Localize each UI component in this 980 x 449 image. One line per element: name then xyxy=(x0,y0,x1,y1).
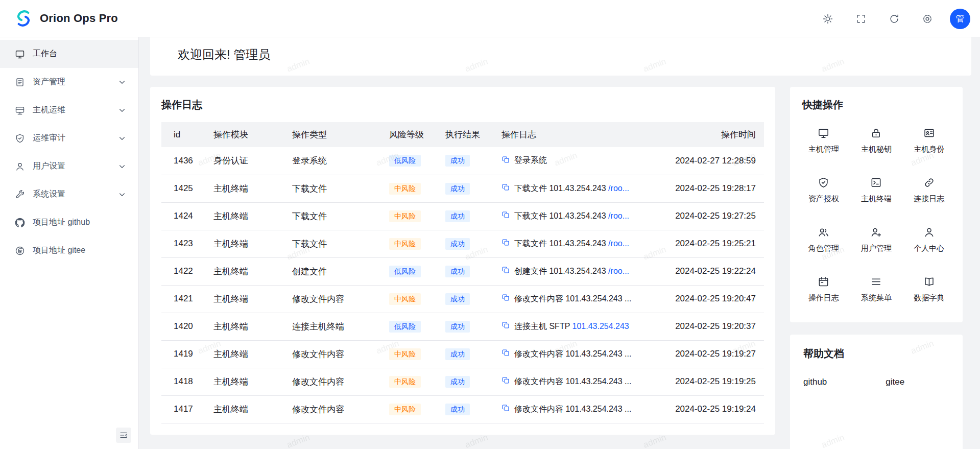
copy-icon[interactable] xyxy=(501,155,510,167)
result-badge: 成功 xyxy=(445,348,470,360)
help-link-github[interactable]: github xyxy=(803,377,827,387)
log-link[interactable]: /roo... xyxy=(608,267,629,275)
quick-action-system-menu[interactable]: 系统菜单 xyxy=(850,265,902,314)
sidebar-item-github-link[interactable]: 项目地址 github xyxy=(0,208,138,237)
shield-icon xyxy=(818,177,829,188)
quick-action-user-management[interactable]: 用户管理 xyxy=(850,215,902,265)
quick-action-asset-authorization[interactable]: 资产授权 xyxy=(797,166,850,215)
log-type-cell: 修改文件内容 xyxy=(284,395,381,423)
log-column-header: 操作类型 xyxy=(284,122,381,147)
help-link-gitee[interactable]: gitee xyxy=(886,377,904,387)
log-link[interactable]: 101.43.254.243 xyxy=(572,322,629,330)
refresh-button[interactable] xyxy=(889,13,900,25)
log-risk-cell: 低风险 xyxy=(381,147,437,175)
quick-action-host-terminal[interactable]: 主机终端 xyxy=(850,166,902,215)
log-time-cell: 2024-02-25 19:19:24 xyxy=(667,395,764,423)
terminal-icon xyxy=(870,177,882,188)
quick-action-host-identity[interactable]: 主机身份 xyxy=(903,116,955,166)
log-link[interactable]: /roo... xyxy=(608,184,629,193)
quick-action-connection-log[interactable]: 连接日志 xyxy=(903,166,955,215)
copy-icon[interactable] xyxy=(501,266,510,277)
copy-icon[interactable] xyxy=(501,238,510,249)
sidebar-item-system-settings[interactable]: 系统设置 xyxy=(0,180,138,208)
log-module-cell: 主机终端 xyxy=(205,313,284,340)
quick-action-label: 系统菜单 xyxy=(861,293,892,303)
log-result-cell: 成功 xyxy=(437,147,493,175)
quick-action-host-management[interactable]: 主机管理 xyxy=(797,116,850,166)
log-type-cell: 修改文件内容 xyxy=(284,368,381,395)
log-column-header: 风险等级 xyxy=(381,122,437,147)
log-text: 修改文件内容 101.43.254.243 ... xyxy=(514,349,631,360)
user-add-icon xyxy=(870,226,882,238)
copy-icon[interactable] xyxy=(501,183,510,194)
log-detail-cell: 修改文件内容 101.43.254.243 ... xyxy=(493,368,667,395)
copy-icon[interactable] xyxy=(501,348,510,360)
person-icon xyxy=(923,226,935,238)
quick-action-personal-center[interactable]: 个人中心 xyxy=(903,215,955,265)
log-type-cell: 修改文件内容 xyxy=(284,285,381,313)
sidebar-item-label: 运维审计 xyxy=(33,133,117,144)
sidebar-item-user-settings[interactable]: 用户设置 xyxy=(0,152,138,180)
log-text: 修改文件内容 101.43.254.243 ... xyxy=(514,294,631,304)
result-badge: 成功 xyxy=(445,293,470,305)
result-badge: 成功 xyxy=(445,155,470,167)
log-type-cell: 连接主机终端 xyxy=(284,313,381,340)
risk-badge: 中风险 xyxy=(389,404,421,415)
log-result-cell: 成功 xyxy=(437,395,493,423)
sidebar-item-gitee-link[interactable]: 项目地址 gitee xyxy=(0,237,138,265)
log-text: 下载文件 101.43.254.243 /roo... xyxy=(514,211,629,222)
fullscreen-icon xyxy=(855,13,867,25)
chevron-down-icon xyxy=(117,133,127,144)
log-link[interactable]: /roo... xyxy=(608,211,629,220)
help-docs-card: 帮助文档 githubgitee xyxy=(790,335,963,449)
copy-icon[interactable] xyxy=(501,210,510,222)
log-result-cell: 成功 xyxy=(437,175,493,202)
risk-badge: 低风险 xyxy=(389,155,421,167)
quick-action-data-dictionary[interactable]: 数据字典 xyxy=(903,265,955,314)
sidebar-item-host-ops[interactable]: 主机运维 xyxy=(0,96,138,124)
log-id-cell: 1419 xyxy=(161,340,205,368)
quick-actions-card: 快捷操作 主机管理主机秘钥主机身份资产授权主机终端连接日志角色管理用户管理个人中… xyxy=(790,87,963,322)
log-detail-cell: 下载文件 101.43.254.243 /roo... xyxy=(493,202,667,230)
quick-action-host-keys[interactable]: 主机秘钥 xyxy=(850,116,902,166)
risk-badge: 中风险 xyxy=(389,348,421,360)
dashboard-icon xyxy=(15,49,25,59)
app-title: Orion Ops Pro xyxy=(40,12,118,25)
orion-logo-icon xyxy=(13,8,34,29)
copy-icon[interactable] xyxy=(501,293,510,304)
operation-log-table: id操作模块操作类型风险等级执行结果操作日志操作时间 1436身份认证登录系统低… xyxy=(161,122,764,423)
theme-toggle-button[interactable] xyxy=(822,13,833,25)
log-table-row: 1419主机终端修改文件内容中风险成功修改文件内容 101.43.254.243… xyxy=(161,340,764,368)
settings-button[interactable] xyxy=(922,13,933,25)
copy-icon[interactable] xyxy=(501,376,510,387)
log-table-row: 1417主机终端修改文件内容中风险成功修改文件内容 101.43.254.243… xyxy=(161,395,764,423)
log-id-cell: 1425 xyxy=(161,175,205,202)
app-logo[interactable]: Orion Ops Pro xyxy=(0,8,118,29)
copy-icon[interactable] xyxy=(501,321,510,332)
quick-actions-title: 快捷操作 xyxy=(797,98,955,112)
risk-badge: 中风险 xyxy=(389,183,421,195)
quick-action-operation-log[interactable]: 操作日志 xyxy=(797,265,850,314)
sidebar-item-workbench[interactable]: 工作台 xyxy=(0,40,138,68)
log-result-cell: 成功 xyxy=(437,368,493,395)
user-avatar[interactable]: 管 xyxy=(950,9,970,29)
chevron-down-icon xyxy=(117,105,127,115)
sidebar-item-asset-management[interactable]: 资产管理 xyxy=(0,68,138,96)
log-link[interactable]: /roo... xyxy=(608,239,629,248)
log-time-cell: 2024-02-25 19:25:21 xyxy=(667,230,764,257)
sidebar-item-label: 用户设置 xyxy=(33,161,117,172)
log-id-cell: 1436 xyxy=(161,147,205,175)
help-links: githubgitee xyxy=(803,377,949,387)
id-card-icon xyxy=(923,127,935,139)
welcome-card: 欢迎回来! 管理员 xyxy=(150,33,971,76)
sidebar-collapse-button[interactable] xyxy=(116,428,131,443)
fullscreen-button[interactable] xyxy=(855,13,867,25)
quick-action-role-management[interactable]: 角色管理 xyxy=(797,215,850,265)
result-badge: 成功 xyxy=(445,238,470,250)
risk-badge: 中风险 xyxy=(389,238,421,250)
sidebar-item-ops-audit[interactable]: 运维审计 xyxy=(0,124,138,152)
quick-action-label: 个人中心 xyxy=(914,244,944,253)
chevron-down-icon xyxy=(117,161,127,172)
log-id-cell: 1420 xyxy=(161,313,205,340)
copy-icon[interactable] xyxy=(501,404,510,415)
